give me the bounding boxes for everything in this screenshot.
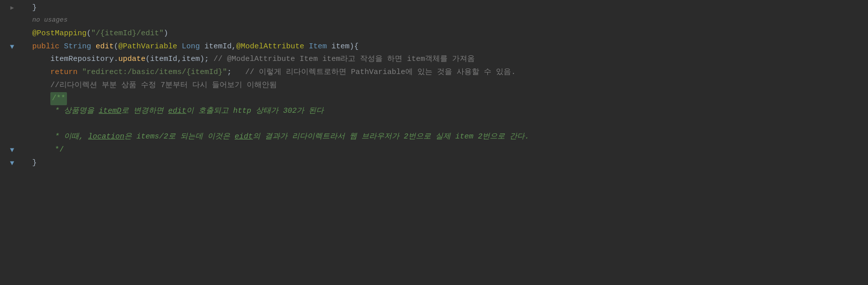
indent-1 xyxy=(32,53,50,65)
gutter-line-10 xyxy=(8,118,16,131)
gutter: ▶ ▼ ▼ ▼ xyxy=(0,0,24,285)
indent-4 xyxy=(32,93,50,105)
paren-open-1: ( xyxy=(87,28,91,40)
type-item: Item xyxy=(309,41,331,53)
gutter-line-2 xyxy=(8,15,16,28)
type-string: String xyxy=(64,41,96,53)
code-line-item-repo: itemRepository.update(itemId,item); // @… xyxy=(32,53,868,66)
method-update: update xyxy=(118,53,146,65)
javadoc-close-tag: */ xyxy=(55,144,64,156)
indent-3 xyxy=(32,80,50,92)
kw-public: public xyxy=(32,41,64,53)
gutter-line-5 xyxy=(8,53,16,66)
code-line-blank xyxy=(32,118,868,131)
gutter-line-3 xyxy=(8,28,16,41)
annotation-modelattribute: @ModelAttribute xyxy=(236,41,309,53)
code-line-post-mapping: @PostMapping("/{itemId}/edit") xyxy=(32,28,868,41)
string-redirect: "redirect:/basic/items/{itemId}" xyxy=(82,66,227,79)
gutter-line-13: ▼ xyxy=(8,157,16,170)
comment-1: // @ModelAttribute Item item라고 작성을 하면 it… xyxy=(213,53,475,65)
code-line-comment-redirect: //리다이렉션 부분 상품 수정 7분부터 다시 들어보기 이해안됨 xyxy=(32,80,868,93)
code-content: } no usages @PostMapping("/{itemId}/edit… xyxy=(24,0,868,285)
paren-close-1: ) xyxy=(164,28,168,40)
semicolon-1: ; xyxy=(227,66,245,79)
paren-2: ( xyxy=(114,41,118,53)
javadoc-line1: * 상품명을 itemD로 변경하면 edit이 호출되고 http 상태가 3… xyxy=(55,105,324,117)
indent-7 xyxy=(32,144,55,156)
annotation-post-mapping: @PostMapping xyxy=(32,28,87,40)
gutter-line-9 xyxy=(8,105,16,118)
code-line-javadoc-1: * 상품명을 itemD로 변경하면 edit이 호출되고 http 상태가 3… xyxy=(32,105,868,118)
param-itemid: itemId, xyxy=(204,41,236,53)
code-line-javadoc-close: */ xyxy=(32,144,868,157)
indent-6 xyxy=(32,131,55,143)
string-path: "/{itemId}/edit" xyxy=(91,28,164,40)
gutter-line-1: ▶ xyxy=(8,2,16,15)
type-long: Long xyxy=(182,41,204,53)
gutter-line-8 xyxy=(8,92,16,105)
blank-space xyxy=(32,118,37,130)
javadoc-line2: * 이때, location은 items/2로 되는데 이것은 eidt의 결… xyxy=(55,131,529,143)
code-line-closing-brace-1: } xyxy=(32,2,868,15)
param-item: item){ xyxy=(331,41,358,53)
no-usages-text: no usages xyxy=(32,15,67,26)
code-line-javadoc-open: /** xyxy=(32,92,868,105)
kw-return: return xyxy=(50,66,82,79)
update-args: (itemId,item); xyxy=(146,53,213,65)
code-line-no-usages: no usages xyxy=(32,15,868,28)
comment-2: // 이렇게 리다이렉트로하면 PathVariable에 있는 것을 사용할 … xyxy=(245,66,516,79)
code-line-return: return "redirect:/basic/items/{itemId}";… xyxy=(32,66,868,80)
gutter-line-7 xyxy=(8,80,16,93)
code-editor: ▶ ▼ ▼ ▼ } no usages @PostMapping("/{item… xyxy=(0,0,868,285)
indent-2 xyxy=(32,66,50,79)
gutter-line-12: ▼ xyxy=(8,144,16,157)
annotation-pathvariable: @PathVariable xyxy=(118,41,182,53)
code-line-method-signature: public String edit(@PathVariable Long it… xyxy=(32,41,868,54)
method-edit: edit xyxy=(96,41,114,53)
gutter-line-6 xyxy=(8,66,16,80)
gutter-line-11 xyxy=(8,131,16,144)
code-line-closing-brace-2: } xyxy=(32,157,868,170)
javadoc-open-tag: /** xyxy=(50,92,67,105)
comment-redirect-text: //리다이렉션 부분 상품 수정 7분부터 다시 들어보기 이해안됨 xyxy=(50,80,277,92)
indent-5 xyxy=(32,105,55,117)
gutter-line-4: ▼ xyxy=(8,41,16,54)
brace-1: } xyxy=(32,2,37,14)
item-repo-call: itemRepository. xyxy=(50,53,118,65)
code-line-javadoc-2: * 이때, location은 items/2로 되는데 이것은 eidt의 결… xyxy=(32,131,868,144)
brace-2: } xyxy=(32,157,37,169)
